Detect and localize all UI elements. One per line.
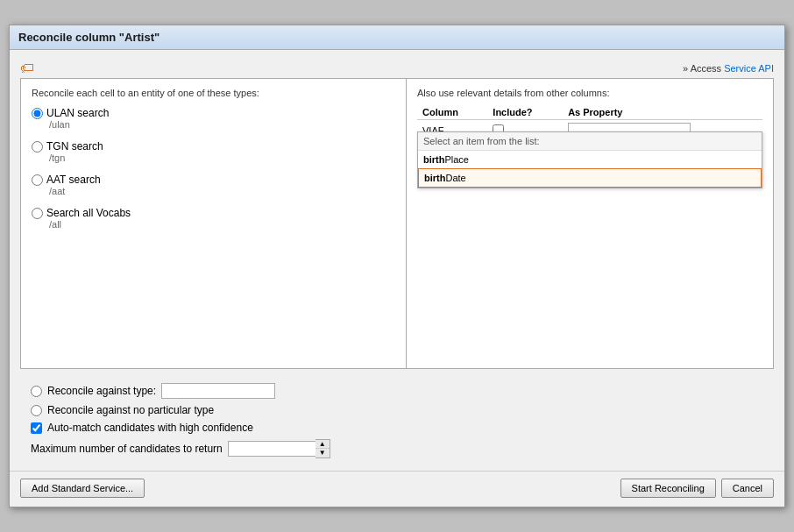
top-icon-row: 🏷 » Access Service API [20,57,774,78]
tag-icon: 🏷 [20,60,34,76]
bottom-options: Reconcile against type: Reconcile agains… [20,376,774,471]
birthplace-highlight: birth [423,154,444,165]
dropdown-item-birthdate[interactable]: birthDate [418,168,762,188]
birthplace-rest: Place [444,154,469,165]
radio-item-all: Search all Vocabs /all [32,207,395,230]
start-reconciling-button[interactable]: Start Reconciling [620,479,716,498]
service-api-link[interactable]: Service API [724,63,774,74]
spinner-container: ▲ ▼ [228,439,330,458]
col-header-column: Column [417,105,487,120]
radio-all-label: Search all Vocabs [46,207,131,219]
max-candidates-label: Maximum number of candidates to return [31,443,223,455]
radio-ulan-label: ULAN search [46,107,109,119]
option-row-auto-match: Auto-match candidates with high confiden… [31,422,763,434]
radio-label-aat[interactable]: AAT search [32,174,395,186]
access-link-area: » Access Service API [683,63,774,74]
radio-ulan[interactable] [32,108,43,119]
radio-tgn-sub: /tgn [49,153,395,163]
dropdown-header: Select an item from the list: [418,132,762,151]
footer-right: Start Reconciling Cancel [620,479,774,498]
option-row-max-candidates: Maximum number of candidates to return ▲… [31,439,763,458]
radio-group: ULAN search /ulan TGN search /tgn [32,107,395,230]
radio-tgn[interactable] [32,141,43,153]
radio-item-aat: AAT search /aat [32,174,395,196]
radio-item-tgn: TGN search /tgn [32,140,395,163]
reconcile-dialog: Reconcile column "Artist" 🏷 » Access Ser… [9,25,785,507]
right-panel: Also use relevant details from other col… [407,79,773,368]
radio-label-tgn[interactable]: TGN search [32,140,395,153]
radio-aat-label: AAT search [46,174,101,186]
birthdate-highlight: birth [424,173,445,183]
add-standard-service-button[interactable]: Add Standard Service... [20,479,145,498]
radio-item-ulan: ULAN search /ulan [32,107,395,130]
col-header-property: As Property [563,105,762,120]
radio-tgn-label: TGN search [46,140,103,153]
radio-label-all[interactable]: Search all Vocabs [32,207,395,219]
dropdown-item-birthplace[interactable]: birthPlace [418,151,762,168]
col-header-include: Include? [487,105,563,120]
radio-all-sub: /all [49,219,395,230]
auto-match-label: Auto-match candidates with high confiden… [47,422,253,434]
radio-label-ulan[interactable]: ULAN search [32,107,395,119]
max-candidates-input[interactable] [228,441,315,457]
spinner-buttons: ▲ ▼ [315,439,330,458]
spinner-down-button[interactable]: ▼ [315,449,330,458]
cancel-button[interactable]: Cancel [721,479,774,498]
reconcile-type-label: Reconcile against type: [47,385,156,397]
no-type-label: Reconcile against no particular type [47,404,214,416]
radio-reconcile-type[interactable] [31,386,42,397]
dialog-title-bar: Reconcile column "Artist" [10,25,784,50]
right-panel-title: Also use relevant details from other col… [417,88,762,98]
access-text: » Access [683,63,724,74]
birthdate-rest: Date [445,173,465,183]
spinner-up-button[interactable]: ▲ [315,440,330,449]
left-panel-title: Reconcile each cell to an entity of one … [32,88,395,98]
dialog-footer: Add Standard Service... Start Reconcilin… [10,471,784,507]
radio-aat-sub: /aat [49,186,395,196]
auto-match-checkbox[interactable] [31,422,42,434]
radio-all[interactable] [32,208,43,219]
radio-aat[interactable] [32,174,43,186]
radio-no-type[interactable] [31,405,42,416]
dialog-title: Reconcile column "Artist" [18,31,160,44]
option-row-no-type: Reconcile against no particular type [31,404,763,416]
left-panel: Reconcile each cell to an entity of one … [21,79,407,368]
main-content-panel: Reconcile each cell to an entity of one … [20,78,774,369]
radio-ulan-sub: /ulan [49,119,395,130]
reconcile-type-input[interactable] [161,383,275,399]
option-row-type: Reconcile against type: [31,383,763,399]
autocomplete-dropdown: Select an item from the list: birthPlace… [417,131,762,188]
dialog-body: 🏷 » Access Service API Reconcile each ce… [10,50,784,471]
